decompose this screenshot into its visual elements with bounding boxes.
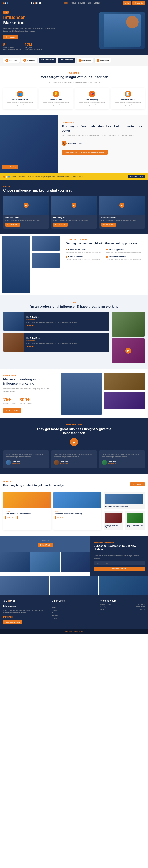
contact-button[interactable]: Contact Us bbox=[133, 1, 145, 5]
insight-feature-title-1: Build Content Plans bbox=[66, 249, 104, 251]
choose-section: Choose Choose influencer marketing what … bbox=[0, 180, 148, 233]
nav-about[interactable]: About bbox=[71, 2, 76, 4]
blog-card-1: Tips Boot Tips Boot Your Sales Income RE… bbox=[3, 492, 51, 530]
play-button-3[interactable]: ▶ bbox=[119, 203, 124, 208]
blog-content: Tips Boot Tips Boot Your Sales Income RE… bbox=[3, 492, 145, 530]
footer-link-home[interactable]: Home bbox=[52, 604, 96, 606]
check-icon-4: ✓ bbox=[97, 59, 100, 62]
choose-card-desc-1: Lorem ipsum dolor sit amet, consectetur … bbox=[5, 219, 47, 222]
footer-link-influencer[interactable]: Influencer bbox=[52, 615, 96, 617]
nav-contact[interactable]: Contact bbox=[94, 2, 100, 4]
bottom-img-3 bbox=[99, 576, 148, 594]
nav-blog[interactable]: Blog bbox=[87, 2, 91, 4]
navbar: Akamsi Home About Services Blog Contact … bbox=[0, 0, 148, 6]
blog-right-item-3: How To Management Of Team bbox=[125, 511, 145, 530]
sub-img-1 bbox=[0, 552, 30, 572]
choose-card-content-1: Products Advise Lorem ipsum dolor sit am… bbox=[3, 215, 49, 228]
footer-bottom: © All Right Reserved Akamsi bbox=[0, 629, 148, 634]
hero-desc: Lorem ipsum dolor sit amet, consectetur … bbox=[3, 27, 57, 32]
hero-cta-button[interactable]: Contact Us bbox=[3, 35, 18, 39]
logo: Akamsi bbox=[31, 1, 41, 5]
card-creative-mind: 💡 Creative Mind Lorem ipsum dolor sit am… bbox=[39, 88, 73, 109]
card-desc-4: Lorem ipsum dolor sit amet, consectetur … bbox=[113, 102, 143, 106]
insight-feature-title-2: Write Supporting bbox=[106, 249, 144, 251]
insight-section: POSTING CASE PROCESS Getting the best in… bbox=[0, 234, 148, 295]
nav-home[interactable]: Home bbox=[63, 2, 68, 4]
team-role-1: Professional bbox=[26, 319, 77, 321]
footer-info: Akamsi Information Lorem ipsum dolor sit… bbox=[3, 599, 48, 624]
choose-card-title-1: Products Advise bbox=[5, 217, 47, 219]
footer-link-services[interactable]: Services bbox=[52, 609, 96, 611]
labor-badge-1: LABOR TRENDS bbox=[39, 58, 56, 63]
blog-posts: Tips Boot Tips Boot Your Sales Income RE… bbox=[3, 492, 101, 530]
orange-decoration bbox=[126, 16, 139, 28]
blog-post-title-1: Tips Boot Your Sales Income bbox=[5, 513, 49, 515]
hero-person-image bbox=[104, 14, 141, 47]
blog-right-item-2: Tips For Content Speaking bbox=[104, 511, 123, 530]
choose-card-img-1: ▶ bbox=[3, 196, 49, 215]
strip-cta-button[interactable]: GET A QUOTE > bbox=[128, 175, 145, 178]
footer-link-contact[interactable]: Contact bbox=[52, 617, 96, 619]
view-detail-button-2[interactable]: VIEW DETAIL bbox=[53, 223, 68, 226]
team-side-images: ▶ bbox=[112, 312, 145, 363]
blog-post-title-2: Increase Your Sales Funneling bbox=[56, 513, 99, 515]
test-author-3: John Doe Professional bbox=[102, 460, 142, 465]
blog-right-title-3: How To Management Of Team bbox=[126, 524, 143, 528]
subscribe-right: SUBSCRIBE NEWSLETTER Subscribe Newslette… bbox=[90, 536, 148, 576]
test-author-2: John Doe Professional bbox=[54, 460, 94, 465]
nav-services[interactable]: Services bbox=[78, 2, 85, 4]
footer-working-hours: Working Hours Monday - Friday 09:00 - 18… bbox=[100, 599, 145, 624]
email-input[interactable] bbox=[94, 561, 145, 565]
follow-button[interactable]: FOLLOW US bbox=[38, 543, 52, 547]
footer-link-blog[interactable]: Blog bbox=[52, 612, 96, 614]
follow-area: Follow Us FOLLOW US bbox=[0, 536, 90, 552]
card-desc-3: Lorem ipsum dolor sit amet, consectetur … bbox=[77, 102, 107, 106]
choose-card-3: ▶ Brand Advocatee Lorem ipsum dolor sit … bbox=[99, 196, 145, 228]
blog-right-img-2 bbox=[105, 513, 122, 523]
choose-card-title-2: Marketing Activist bbox=[53, 217, 95, 219]
team-stars-2: ★★★★☆ bbox=[26, 345, 77, 348]
blog-img-1 bbox=[3, 492, 51, 508]
blog-card-2: Increase Increase Your Sales Funneling R… bbox=[53, 492, 101, 530]
blog-header-left: MY BLOG Read my blog content to get new … bbox=[3, 480, 64, 489]
footer-download-button[interactable]: DOWNLOAD NOW bbox=[3, 620, 23, 624]
footer-link-about[interactable]: About bbox=[52, 607, 96, 609]
insight-feature-4: Maximize Promotion Lorem ipsum dolor sit… bbox=[106, 256, 144, 261]
insight-feature-3: Contact Network Lorem ipsum dolor sit am… bbox=[66, 256, 104, 261]
blog-right-title-2: Tips For Content Speaking bbox=[105, 524, 122, 528]
professionals-section: Unique Spotting Professional From my pro… bbox=[0, 115, 148, 173]
video-play-button[interactable]: ▶ bbox=[125, 348, 131, 353]
play-button-2[interactable]: ▶ bbox=[72, 203, 76, 208]
yellow-strip: Lorem ipsum dolor sit amet, consectetur … bbox=[0, 173, 148, 180]
connection-icon: 👥 bbox=[17, 91, 24, 97]
blog-read-button-1[interactable]: READ MORE bbox=[5, 516, 18, 519]
cta-bar[interactable]: Lorem ipsum dolor sit amet, consectetur … bbox=[62, 150, 108, 155]
view-detail-button-3[interactable]: VIEW DETAIL bbox=[101, 223, 116, 226]
choose-title: Choose influencer marketing what you nee… bbox=[3, 188, 145, 193]
choose-card-content-2: Marketing Activist Lorem ipsum dolor sit… bbox=[51, 215, 97, 228]
subscribe-button[interactable]: SUBSCRIBE NOW bbox=[94, 567, 145, 571]
card-great-connection: 👥 Great Connection Lorem ipsum dolor sit… bbox=[3, 88, 37, 109]
team-side-img-1 bbox=[112, 312, 145, 337]
testimonial-play-button[interactable]: ▶ bbox=[70, 438, 78, 446]
team-section: Team I'm an professional influencer & ha… bbox=[0, 295, 148, 369]
team-subtitle: Team bbox=[3, 302, 145, 303]
strip-text: Lorem ipsum dolor sit amet, consectetur … bbox=[11, 176, 84, 178]
play-button-1[interactable]: ▶ bbox=[24, 203, 29, 208]
blog-right-img-3 bbox=[126, 513, 143, 523]
view-detail-button-1[interactable]: VIEW DETAIL bbox=[5, 223, 20, 226]
insight-content: POSTING CASE PROCESS Getting the best in… bbox=[62, 234, 148, 295]
login-button[interactable]: Login bbox=[123, 1, 131, 5]
blog-all-button[interactable]: ALL MORE > bbox=[130, 483, 145, 487]
insight-feature-desc-2: Lorem ipsum dolor sit amet, consectetur … bbox=[106, 251, 144, 253]
feature-badge-4: ✓ Inspiration bbox=[95, 58, 111, 63]
insight-feature-desc-4: Lorem ipsum dolor sit amet, consectetur … bbox=[106, 258, 144, 261]
insight-feature-desc-3: Lorem ipsum dolor sit amet, consectetur … bbox=[66, 258, 104, 261]
card-title-1: Great Connection bbox=[5, 99, 35, 101]
team-name-2: Mr. John Kela bbox=[26, 337, 77, 339]
recent-imgs-right bbox=[104, 373, 145, 411]
blog-read-button-2[interactable]: READ MORE bbox=[56, 516, 68, 519]
recent-contact-button[interactable]: CONTACT US bbox=[3, 408, 21, 413]
team-info-1: Mr. John Doe Professional Lorem ipsum do… bbox=[24, 314, 80, 329]
choose-card-desc-3: Lorem ipsum dolor sit amet, consectetur … bbox=[101, 219, 143, 222]
